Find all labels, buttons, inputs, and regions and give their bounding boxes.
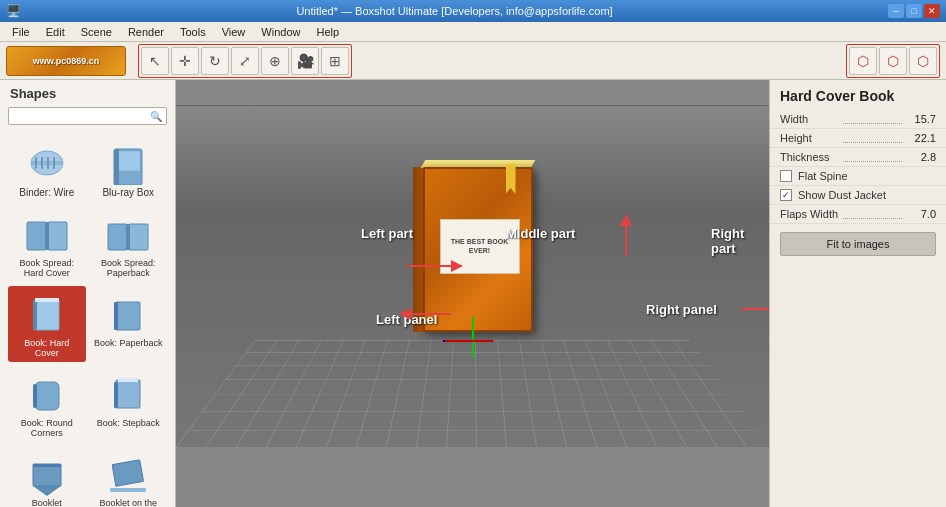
binder-wire-label: Binder: Wire — [19, 187, 74, 198]
material-tools-group: ⬡ ⬡ ⬡ — [846, 44, 940, 78]
svg-rect-15 — [35, 300, 59, 330]
menu-window[interactable]: Window — [253, 24, 308, 40]
book-step-label: Book: Stepback — [97, 418, 160, 428]
rotate-tool[interactable]: ↻ — [201, 47, 229, 75]
menu-bar: File Edit Scene Render Tools View Window… — [0, 22, 946, 42]
svg-rect-12 — [108, 224, 127, 250]
menu-file[interactable]: File — [4, 24, 38, 40]
prop-dots-width — [843, 114, 902, 124]
move-tool[interactable]: ✛ — [171, 47, 199, 75]
select-tool[interactable]: ↖ — [141, 47, 169, 75]
main-tools-group: ↖ ✛ ↻ ⤢ ⊕ 🎥 ⊞ — [138, 44, 352, 78]
svg-rect-7 — [116, 151, 140, 171]
annotation-right-panel: Right panel — [646, 302, 717, 317]
fit-to-images-button[interactable]: Fit to images — [780, 232, 936, 256]
prop-dots-thickness — [843, 152, 902, 162]
shape-item-book-hc[interactable]: Book: Hard Cover — [8, 286, 86, 362]
binder-wire-icon — [23, 139, 71, 187]
booklet-floor-label: Booklet on the Floor — [94, 498, 164, 507]
scale-tool[interactable]: ⤢ — [231, 47, 259, 75]
svg-rect-25 — [33, 464, 61, 486]
book-pb-icon — [104, 290, 152, 338]
shapes-grid: Binder: Wire Blu-ray Box — [0, 131, 175, 507]
svg-rect-19 — [114, 302, 118, 330]
prop-value-thickness[interactable]: 2.8 — [906, 151, 936, 163]
menu-scene[interactable]: Scene — [73, 24, 120, 40]
transform-tool[interactable]: ⊕ — [261, 47, 289, 75]
prop-value-width[interactable]: 15.7 — [906, 113, 936, 125]
svg-rect-29 — [110, 488, 146, 492]
svg-rect-11 — [45, 222, 49, 250]
shape-item-book-spread-pb[interactable]: Book Spread: Paperback — [90, 206, 168, 282]
app-logo: www.pc0869.cn — [6, 46, 126, 76]
svg-rect-26 — [33, 464, 61, 467]
svg-rect-14 — [126, 224, 130, 250]
arrow-middle-part — [596, 211, 656, 264]
book-spread-pb-icon — [104, 210, 152, 258]
annotation-left-part: Left part — [361, 226, 413, 241]
svg-rect-3 — [41, 157, 43, 169]
scene-tool[interactable]: ⊞ — [321, 47, 349, 75]
prop-value-height[interactable]: 22.1 — [906, 132, 936, 144]
book-label-line2: EVER! — [469, 247, 490, 255]
svg-rect-28 — [112, 460, 143, 487]
prop-value-flaps-width[interactable]: 7.0 — [906, 208, 936, 220]
svg-rect-22 — [116, 380, 140, 408]
annotation-right-part: Right part — [711, 226, 769, 256]
book-pb-label: Book: Paperback — [94, 338, 163, 348]
close-button[interactable]: ✕ — [924, 4, 940, 18]
prop-row-flaps-width: Flaps Width 7.0 — [770, 205, 946, 224]
prop-row-height: Height 22.1 — [770, 129, 946, 148]
menu-view[interactable]: View — [214, 24, 254, 40]
viewport-top-bar — [176, 80, 769, 106]
prop-label-flat-spine: Flat Spine — [798, 170, 848, 182]
title-bar: 🖥️ Untitled* — Boxshot Ultimate [Develop… — [0, 0, 946, 22]
shape-item-book-step[interactable]: Book: Stepback — [90, 366, 168, 442]
bluray-label: Blu-ray Box — [102, 187, 154, 198]
shape-item-binder-wire[interactable]: Binder: Wire — [8, 135, 86, 202]
book-spread-hc-icon — [23, 210, 71, 258]
prop-label-thickness: Thickness — [780, 151, 839, 163]
material-tool-1[interactable]: ⬡ — [849, 47, 877, 75]
camera-tool[interactable]: 🎥 — [291, 47, 319, 75]
svg-rect-16 — [33, 300, 37, 330]
minimize-button[interactable]: ─ — [888, 4, 904, 18]
maximize-button[interactable]: □ — [906, 4, 922, 18]
arrow-right-panel — [741, 294, 769, 327]
menu-render[interactable]: Render — [120, 24, 172, 40]
book-hc-icon — [23, 290, 71, 338]
menu-tools[interactable]: Tools — [172, 24, 214, 40]
show-dust-jacket-checkbox[interactable]: ✓ — [780, 189, 792, 201]
shapes-search-input[interactable] — [13, 110, 150, 122]
shape-item-booklet-floor[interactable]: Booklet on the Floor — [90, 446, 168, 507]
book-3d: THE BEST BOOK EVER! — [413, 167, 533, 337]
booklet-floor-icon — [104, 450, 152, 498]
prop-row-flat-spine: Flat Spine — [770, 167, 946, 186]
menu-help[interactable]: Help — [308, 24, 347, 40]
axis-y — [472, 317, 474, 357]
svg-rect-10 — [48, 222, 67, 250]
logo-text: www.pc0869.cn — [33, 56, 100, 66]
material-tool-3[interactable]: ⬡ — [909, 47, 937, 75]
booklet-icon — [23, 450, 71, 498]
book-step-icon — [104, 370, 152, 418]
book-spread-pb-label: Book Spread: Paperback — [94, 258, 164, 278]
shape-item-book-spread-hc[interactable]: Book Spread: Hard Cover — [8, 206, 86, 282]
svg-rect-17 — [35, 298, 59, 302]
shapes-panel: Shapes 🔍 Binder: Wire — [0, 80, 176, 507]
svg-rect-5 — [53, 157, 55, 169]
shape-item-book-round[interactable]: Book: Round Corners — [8, 366, 86, 442]
toolbar: www.pc0869.cn ↖ ✛ ↻ ⤢ ⊕ 🎥 ⊞ ⬡ ⬡ ⬡ — [0, 42, 946, 80]
menu-edit[interactable]: Edit — [38, 24, 73, 40]
prop-label-width: Width — [780, 113, 839, 125]
book-label-line1: THE BEST BOOK — [451, 238, 509, 246]
shape-item-bluray[interactable]: Blu-ray Box — [90, 135, 168, 202]
shape-item-booklet[interactable]: Booklet — [8, 446, 86, 507]
flat-spine-checkbox[interactable] — [780, 170, 792, 182]
shapes-search-bar[interactable]: 🔍 — [8, 107, 167, 125]
viewport[interactable]: THE BEST BOOK EVER! Left part — [176, 80, 769, 507]
svg-marker-27 — [33, 486, 61, 496]
shape-item-book-pb[interactable]: Book: Paperback — [90, 286, 168, 362]
booklet-label: Booklet — [32, 498, 62, 507]
material-tool-2[interactable]: ⬡ — [879, 47, 907, 75]
